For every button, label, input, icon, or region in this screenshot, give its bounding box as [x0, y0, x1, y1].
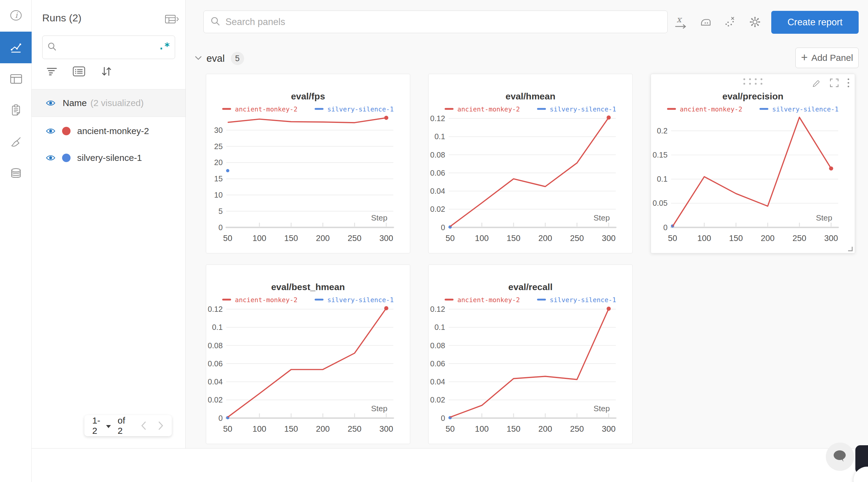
add-panel-label: Add Panel	[811, 53, 853, 63]
svg-text:Step: Step	[593, 404, 610, 413]
search-icon	[210, 16, 221, 28]
runs-table-toggle[interactable]	[165, 14, 179, 26]
next-page-button[interactable]	[157, 421, 164, 431]
svg-text:Step: Step	[371, 213, 387, 222]
svg-text:150: 150	[729, 233, 743, 243]
svg-text:50: 50	[223, 424, 232, 433]
svg-text:300: 300	[379, 233, 393, 243]
panel-drag-handle[interactable]	[744, 78, 763, 85]
chart-panel: 00.020.040.060.080.10.125010015020025030…	[428, 264, 632, 444]
svg-text:250: 250	[570, 424, 584, 433]
run-row-silvery-silence-1[interactable]: silvery-silence-1	[32, 145, 185, 171]
svg-text:ancient-monkey-2: ancient-monkey-2	[680, 105, 742, 113]
add-panel-button[interactable]: + Add Panel	[795, 47, 859, 68]
svg-text:0.08: 0.08	[430, 341, 445, 350]
svg-text:silvery-silence-1: silvery-silence-1	[327, 105, 394, 113]
chart-panel: 05101520253050100150200250300Stepeval/fp…	[206, 74, 410, 253]
svg-text:0.06: 0.06	[430, 359, 445, 368]
line-chart[interactable]: 00.020.040.060.080.10.125010015020025030…	[429, 74, 632, 253]
runs-pagination: 1-2 of 2	[84, 415, 172, 436]
nav-logs[interactable]	[0, 95, 32, 127]
runs-search-input[interactable]	[57, 42, 158, 53]
runs-panel-title: Runs (2)	[42, 12, 82, 24]
svg-text:0.08: 0.08	[430, 151, 445, 159]
run-row-ancient-monkey-2[interactable]: ancient-monkey-2	[32, 118, 185, 144]
fullscreen-icon[interactable]	[830, 78, 839, 88]
section-eval-header[interactable]: eval 5	[194, 52, 244, 65]
svg-text:0.1: 0.1	[212, 323, 222, 331]
nav-artifacts[interactable]	[0, 158, 32, 190]
svg-text:250: 250	[570, 233, 584, 243]
panel-resize-handle[interactable]	[848, 247, 852, 251]
edit-panel-icon[interactable]	[812, 78, 822, 88]
svg-text:eval/hmean: eval/hmean	[505, 91, 555, 101]
run-list-settings-icon[interactable]	[73, 66, 85, 77]
svg-text:100: 100	[475, 424, 489, 433]
nav-info[interactable]: i	[0, 0, 32, 32]
database-icon	[9, 167, 23, 181]
nav-sweeps[interactable]	[0, 127, 32, 158]
page-total: of 2	[118, 415, 130, 436]
svg-text:30: 30	[214, 126, 223, 134]
svg-text:100: 100	[698, 233, 711, 243]
nav-table[interactable]	[0, 63, 32, 95]
svg-text:200: 200	[538, 424, 552, 433]
chat-button[interactable]	[826, 443, 854, 471]
svg-text:0.1: 0.1	[434, 132, 445, 141]
chat-bubble-icon	[832, 449, 848, 464]
svg-text:150: 150	[507, 233, 521, 243]
svg-text:200: 200	[538, 233, 552, 243]
left-nav-rail: i	[0, 0, 32, 482]
broom-icon	[9, 135, 23, 150]
create-report-button[interactable]: Create report	[771, 11, 859, 34]
x-axis-icon[interactable]: x	[675, 16, 687, 29]
sort-icon[interactable]	[100, 66, 113, 77]
outlier-scatter-icon[interactable]	[724, 16, 737, 28]
svg-text:silvery-silence-1: silvery-silence-1	[550, 296, 616, 304]
line-chart[interactable]: 00.020.040.060.080.10.125010015020025030…	[206, 265, 410, 444]
clipboard-icon	[9, 104, 23, 118]
section-name: eval	[207, 53, 225, 64]
svg-text:ancient-monkey-2: ancient-monkey-2	[235, 296, 298, 304]
line-chart[interactable]: 05101520253050100150200250300Stepeval/fp…	[206, 74, 410, 253]
svg-text:Step: Step	[816, 213, 832, 222]
svg-text:150: 150	[284, 424, 298, 433]
prev-page-button[interactable]	[141, 421, 147, 431]
svg-text:eval/best_hmean: eval/best_hmean	[271, 282, 345, 292]
line-chart[interactable]: 00.020.040.060.080.10.125010015020025030…	[429, 265, 632, 444]
svg-text:0.06: 0.06	[430, 169, 445, 177]
svg-text:250: 250	[348, 233, 362, 243]
visibility-eye-icon[interactable]	[46, 155, 56, 161]
page-size-dropdown-icon[interactable]	[106, 425, 111, 428]
panel-search-input[interactable]	[225, 17, 661, 27]
svg-text:eval/fps: eval/fps	[291, 91, 325, 101]
line-chart[interactable]: 00.050.10.150.250100150200250300Stepeval…	[651, 74, 855, 253]
svg-text:0.1: 0.1	[657, 175, 667, 183]
svg-text:100: 100	[475, 233, 489, 243]
runs-name-header[interactable]: Name (2 visualized)	[32, 89, 185, 117]
gear-icon[interactable]	[749, 16, 761, 28]
svg-text:0: 0	[218, 414, 223, 422]
runs-filter-row	[46, 66, 113, 77]
svg-text:ancient-monkey-2: ancient-monkey-2	[235, 105, 298, 113]
svg-text:50: 50	[445, 233, 455, 243]
runs-search-box: .*	[42, 36, 175, 59]
panel-count-badge: 5	[231, 52, 244, 65]
svg-text:50: 50	[445, 424, 455, 433]
svg-text:150: 150	[507, 424, 521, 433]
visibility-eye-icon[interactable]	[46, 100, 56, 106]
nav-workspace-charts[interactable]	[0, 32, 32, 63]
run-name: ancient-monkey-2	[77, 126, 149, 136]
svg-text:15: 15	[214, 174, 223, 183]
svg-text:100: 100	[253, 233, 267, 243]
line-chart-icon	[9, 40, 23, 55]
filter-funnel-icon[interactable]	[46, 66, 58, 76]
regex-toggle-icon[interactable]: .*	[158, 41, 170, 53]
svg-text:200: 200	[316, 233, 330, 243]
svg-text:Step: Step	[593, 213, 610, 222]
smoothing-iron-icon[interactable]	[699, 16, 712, 28]
visibility-eye-icon[interactable]	[46, 128, 56, 134]
name-header-label: Name	[63, 98, 87, 108]
panel-menu-kebab-icon[interactable]	[847, 78, 850, 88]
svg-text:eval/recall: eval/recall	[508, 282, 553, 292]
